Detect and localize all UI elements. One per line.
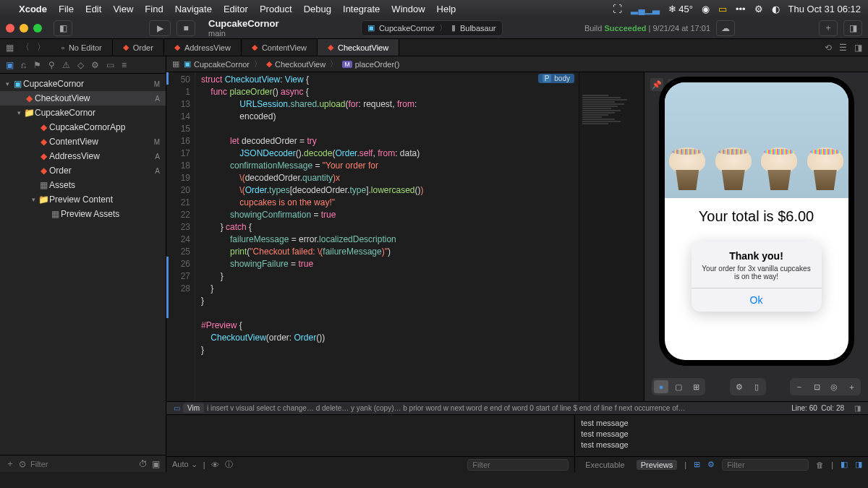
adjust-editor-icon[interactable]: ☰ bbox=[839, 43, 847, 53]
cloud-status-button[interactable]: ☁ bbox=[716, 20, 735, 36]
source-editor[interactable]: 50113141516171819202122232425262728 stru… bbox=[166, 72, 579, 401]
library-button[interactable]: ◨ bbox=[843, 20, 862, 36]
app-menu[interactable]: Xcode bbox=[19, 4, 47, 14]
nav-back-icon[interactable]: 〈 bbox=[21, 41, 30, 53]
breakpoint-nav-icon[interactable]: ▭ bbox=[106, 60, 114, 70]
menu-window[interactable]: Window bbox=[391, 4, 425, 14]
more-icon[interactable]: ••• bbox=[736, 4, 746, 14]
trash-icon[interactable]: 🗑 bbox=[816, 461, 824, 469]
menu-navigate[interactable]: Navigate bbox=[175, 4, 212, 14]
alert-title: Thank you! bbox=[692, 250, 822, 262]
menu-help[interactable]: Help bbox=[437, 4, 456, 14]
weather-status[interactable]: ❄ 45° bbox=[668, 4, 693, 14]
document-tab[interactable]: ▫No Editor bbox=[51, 39, 113, 56]
toggle-left-pane-icon[interactable]: ◧ bbox=[841, 460, 848, 469]
previews-filter[interactable]: Previews bbox=[637, 460, 678, 470]
tree-row[interactable]: ◆CupcakeCornorApp bbox=[0, 120, 166, 134]
zoom-fit-button[interactable]: ⊡ bbox=[809, 380, 824, 393]
live-preview-button[interactable]: ● bbox=[654, 380, 668, 393]
scheme-selector[interactable]: ▣ CupcakeCornor 〉 ▮ Bulbasaur bbox=[361, 20, 503, 36]
device-settings-button[interactable]: ⚙ bbox=[732, 380, 746, 393]
metadata-icon[interactable]: ⊞ bbox=[694, 460, 700, 469]
document-tab[interactable]: ◆CheckoutView bbox=[318, 39, 399, 56]
menu-product[interactable]: Product bbox=[260, 4, 292, 14]
selectable-preview-button[interactable]: ▢ bbox=[671, 380, 686, 393]
activity-view[interactable]: Build Succeeded | 9/21/24 at 17:01 bbox=[584, 24, 710, 33]
report-nav-icon[interactable]: ≡ bbox=[122, 60, 127, 70]
tree-row[interactable]: ▾▣CupcakeCornorM bbox=[0, 77, 166, 91]
variables-filter-input[interactable] bbox=[467, 459, 569, 471]
zoom-window-button[interactable] bbox=[33, 24, 42, 33]
cpu-graph-icon[interactable]: ▂▄▁▃ bbox=[631, 4, 659, 14]
zoom-out-button[interactable]: − bbox=[792, 380, 807, 393]
document-tab[interactable]: ◆AddressView bbox=[164, 39, 242, 56]
stop-button[interactable]: ■ bbox=[176, 20, 195, 36]
tree-row[interactable]: ▾📁CupcakeCornor bbox=[0, 106, 166, 120]
console-filter-input[interactable] bbox=[722, 459, 809, 471]
filter-scope-icon[interactable]: ⊙ bbox=[19, 459, 26, 469]
menu-edit[interactable]: Edit bbox=[85, 4, 101, 14]
parameter-badge[interactable]: Pbody bbox=[538, 74, 574, 83]
battery-icon[interactable]: ▭ bbox=[718, 4, 727, 14]
wifi-icon[interactable]: ◉ bbox=[702, 4, 710, 14]
code-content[interactable]: struct CheckoutView: View { func placeOr… bbox=[195, 72, 579, 401]
zoom-in-button[interactable]: ＋ bbox=[844, 380, 859, 393]
close-window-button[interactable] bbox=[6, 24, 14, 33]
document-tab[interactable]: ◆Order bbox=[113, 39, 164, 56]
tree-row[interactable]: ◆AddressViewA bbox=[0, 149, 166, 163]
menu-file[interactable]: File bbox=[59, 4, 74, 14]
project-nav-icon[interactable]: ▣ bbox=[6, 60, 14, 70]
navigator-filter-input[interactable] bbox=[30, 460, 135, 468]
find-nav-icon[interactable]: ⚲ bbox=[48, 60, 55, 70]
control-center-icon[interactable]: ⚙ bbox=[754, 4, 763, 14]
menu-debug[interactable]: Debug bbox=[304, 4, 331, 14]
toggle-navigator-button[interactable]: ◧ bbox=[54, 20, 72, 36]
related-items-icon[interactable]: ▦ bbox=[6, 43, 14, 53]
source-control-nav-icon[interactable]: ⎌ bbox=[21, 60, 26, 70]
menu-integrate[interactable]: Integrate bbox=[343, 4, 380, 14]
pin-preview-button[interactable]: 📌 bbox=[650, 78, 663, 91]
orientation-button[interactable]: ▯ bbox=[749, 380, 764, 393]
test-nav-icon[interactable]: ◇ bbox=[77, 60, 84, 70]
console-settings-icon[interactable]: ⚙ bbox=[707, 460, 715, 469]
add-button[interactable]: ＋ bbox=[819, 20, 838, 36]
tree-row[interactable]: ▦Preview Assets bbox=[0, 207, 166, 221]
status-item-icon[interactable]: ⛶ bbox=[613, 4, 622, 14]
tree-row[interactable]: ◆CheckoutViewA bbox=[0, 91, 166, 106]
tree-row[interactable]: ▦Assets bbox=[0, 178, 166, 192]
scm-filter-icon[interactable]: ▣ bbox=[152, 459, 160, 469]
jump-bar[interactable]: ▦ ▣CupcakeCornor 〉 ◆CheckoutView 〉 Mplac… bbox=[166, 56, 868, 72]
add-editor-icon[interactable]: ◨ bbox=[854, 43, 862, 53]
bookmark-nav-icon[interactable]: ⚑ bbox=[33, 60, 41, 70]
jump-back-icon[interactable]: ▦ bbox=[172, 59, 179, 69]
debug-nav-icon[interactable]: ⚙ bbox=[91, 60, 99, 70]
menu-view[interactable]: View bbox=[113, 4, 133, 14]
nav-forward-icon[interactable]: 〉 bbox=[37, 41, 46, 53]
add-file-icon[interactable]: ＋ bbox=[6, 458, 14, 470]
toggle-right-pane-icon[interactable]: ◨ bbox=[855, 460, 862, 469]
alert-ok-button[interactable]: Ok bbox=[692, 288, 822, 312]
tree-row[interactable]: ◆ContentViewM bbox=[0, 134, 166, 149]
tree-row[interactable]: ◆OrderA bbox=[0, 163, 166, 178]
run-button[interactable]: ▶ bbox=[149, 20, 171, 36]
minimize-window-button[interactable] bbox=[20, 24, 28, 33]
zoom-actual-button[interactable]: ◎ bbox=[827, 380, 841, 393]
user-icon[interactable]: ◐ bbox=[772, 4, 780, 14]
quicklook-icon[interactable]: 👁 bbox=[211, 461, 219, 469]
vim-status-bar: ▭ Vim i insert v visual select c change…… bbox=[166, 401, 868, 414]
info-icon[interactable]: ⓘ bbox=[225, 459, 233, 470]
clock[interactable]: Thu Oct 31 06:12 bbox=[788, 4, 861, 14]
issue-nav-icon[interactable]: ⚠ bbox=[62, 60, 70, 70]
recent-filter-icon[interactable]: ⏱ bbox=[139, 459, 148, 469]
variants-button[interactable]: ⊞ bbox=[689, 380, 703, 393]
refresh-icon[interactable]: ⟲ bbox=[825, 43, 832, 53]
menu-editor[interactable]: Editor bbox=[224, 4, 248, 14]
console-output[interactable]: test messagetest messagetest message bbox=[575, 415, 868, 456]
minimap[interactable] bbox=[579, 72, 644, 401]
tree-row[interactable]: ▾📁Preview Content bbox=[0, 192, 166, 207]
menu-find[interactable]: Find bbox=[145, 4, 163, 14]
executable-filter[interactable]: Executable bbox=[581, 460, 629, 470]
document-tab[interactable]: ◆ContentView bbox=[242, 39, 318, 56]
auto-scope-selector[interactable]: Auto ⌄ bbox=[172, 460, 197, 469]
editor-options-icon[interactable]: ◨ bbox=[854, 404, 861, 412]
